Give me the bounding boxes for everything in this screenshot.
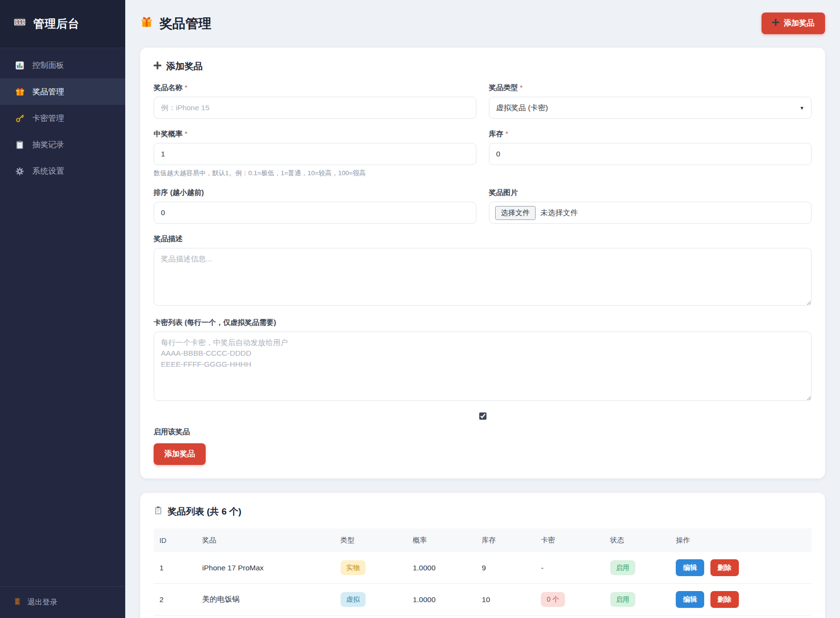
prize-list-title: 奖品列表 (共 6 个): [154, 505, 812, 518]
chevron-down-icon: ▼: [800, 105, 804, 111]
prize-form-grid: 奖品名称 * 奖品类型 * 虚拟奖品 (卡密) ▼ 中奖概率 * 数值越大越容易…: [154, 83, 812, 224]
cell-codes: -: [535, 552, 604, 584]
add-prize-submit-button[interactable]: 添加奖品: [154, 443, 206, 465]
enable-prize-checkbox[interactable]: [479, 412, 486, 420]
required-asterisk: *: [520, 83, 523, 91]
table-row: 1 iPhone 17 ProMax 实物 1.0000 9 - 启用 编辑 删…: [154, 552, 812, 584]
enable-prize-label: 启用该奖品: [154, 427, 812, 437]
cell-prize-name: [197, 616, 335, 618]
col-type: 类型: [335, 528, 407, 552]
cell-id: [154, 616, 197, 618]
sidebar-item-prizes[interactable]: 奖品管理: [0, 78, 125, 105]
description-field: 奖品描述: [154, 234, 812, 308]
key-icon: [14, 114, 25, 123]
type-badge: 实物: [341, 560, 366, 575]
stock-field: 库存 *: [489, 129, 812, 178]
prize-type-selected-value: 虚拟奖品 (卡密): [496, 103, 548, 113]
cell-stock: [476, 616, 535, 618]
add-prize-header-button[interactable]: 添加奖品: [761, 13, 825, 34]
table-row: 2 美的电饭锅 虚拟 1.0000 10 0 个 启用 编辑 删除: [154, 584, 812, 616]
prize-name-label: 奖品名称 *: [154, 83, 476, 92]
svg-text:7: 7: [15, 20, 18, 24]
status-badge: 启用: [610, 560, 635, 575]
add-prize-header-label: 添加奖品: [784, 18, 814, 28]
delete-button[interactable]: 删除: [710, 559, 739, 576]
sort-label: 排序 (越小越前): [154, 188, 476, 197]
logout-button[interactable]: 退出登录: [0, 586, 125, 618]
probability-hint: 数值越大越容易中，默认1。例：0.1=极低，1=普通，10=较高，100=很高: [154, 169, 476, 178]
prize-list-card: 奖品列表 (共 6 个) ID 奖品 类型 概率 库存 卡密 状态 操作: [140, 493, 825, 618]
cell-stock: 9: [476, 552, 535, 584]
description-label: 奖品描述: [154, 234, 812, 244]
cell-probability: 1.0000: [407, 584, 476, 616]
cell-id: 1: [154, 552, 197, 584]
plus-icon: [154, 61, 161, 72]
add-prize-card-title: 添加奖品: [154, 60, 812, 73]
gift-icon: [14, 87, 25, 97]
table-header-row: ID 奖品 类型 概率 库存 卡密 状态 操作: [154, 528, 812, 552]
status-badge: 启用: [610, 592, 635, 607]
description-textarea[interactable]: [154, 248, 812, 306]
cell-probability: 1.0000: [407, 552, 476, 584]
probability-input[interactable]: [154, 143, 476, 165]
gift-icon: [140, 15, 153, 32]
page-header: 奖品管理 添加奖品: [140, 13, 825, 34]
cell-codes: [535, 616, 604, 618]
choose-file-button[interactable]: 选择文件: [495, 206, 536, 220]
col-status: 状态: [604, 528, 670, 552]
no-file-text: 未选择文件: [540, 208, 578, 218]
col-codes: 卡密: [535, 528, 604, 552]
prize-table: ID 奖品 类型 概率 库存 卡密 状态 操作 1 iPhone 17 ProM…: [154, 528, 812, 618]
add-prize-card-title-text: 添加奖品: [166, 60, 203, 73]
sidebar-item-settings[interactable]: 系统设置: [0, 158, 125, 184]
required-asterisk: *: [184, 83, 187, 91]
probability-label: 中奖概率 *: [154, 129, 476, 139]
edit-button[interactable]: 编辑: [676, 591, 704, 608]
sidebar-item-dashboard[interactable]: 控制面板: [0, 52, 125, 78]
prize-list-title-text: 奖品列表 (共 6 个): [168, 505, 241, 518]
add-prize-submit-label: 添加奖品: [164, 449, 195, 459]
stock-input[interactable]: [489, 143, 812, 165]
type-badge: 虚拟: [341, 592, 366, 607]
prize-image-file-input[interactable]: 选择文件 未选择文件: [489, 202, 812, 224]
sidebar-item-label: 抽奖记录: [32, 140, 64, 150]
cell-id: 2: [154, 584, 197, 616]
sidebar-item-label: 控制面板: [32, 60, 64, 71]
codes-badge: 0 个: [541, 592, 565, 607]
svg-text:7: 7: [22, 20, 24, 24]
sidebar-item-records[interactable]: 抽奖记录: [0, 131, 125, 158]
clipboard-icon: [154, 506, 163, 517]
sidebar-item-label: 卡密管理: [32, 113, 64, 124]
prize-type-field: 奖品类型 * 虚拟奖品 (卡密) ▼: [489, 83, 812, 119]
plus-icon: [772, 19, 779, 28]
table-row: 实物 启用 编辑 删除: [154, 616, 812, 618]
stock-label: 库存 *: [489, 129, 812, 139]
prize-type-select[interactable]: 虚拟奖品 (卡密) ▼: [489, 97, 812, 119]
add-prize-card: 添加奖品 奖品名称 * 奖品类型 * 虚拟奖品 (卡密) ▼ 中奖概率 * 数值…: [140, 48, 825, 478]
enable-checkbox-row: [154, 412, 812, 420]
sidebar-item-codes[interactable]: 卡密管理: [0, 105, 125, 131]
col-probability: 概率: [407, 528, 476, 552]
probability-field: 中奖概率 * 数值越大越容易中，默认1。例：0.1=极低，1=普通，10=较高，…: [154, 129, 476, 178]
sort-field: 排序 (越小越前): [154, 188, 476, 224]
codes-textarea[interactable]: [154, 332, 812, 401]
prize-name-input[interactable]: [154, 97, 476, 119]
cell-probability: [407, 616, 476, 618]
page-title-text: 奖品管理: [159, 15, 211, 32]
col-prize: 奖品: [197, 528, 335, 552]
edit-button[interactable]: 编辑: [676, 559, 704, 576]
prize-image-field: 奖品图片 选择文件 未选择文件: [489, 188, 812, 224]
delete-button[interactable]: 删除: [710, 591, 739, 608]
clipboard-icon: [14, 140, 25, 150]
col-id: ID: [154, 528, 197, 552]
main-content: 奖品管理 添加奖品 添加奖品 奖品名称 * 奖品类型 * 虚拟奖品 (: [125, 0, 840, 618]
codes-label: 卡密列表 (每行一个，仅虚拟奖品需要): [154, 318, 812, 327]
required-asterisk: *: [184, 129, 187, 138]
codes-field: 卡密列表 (每行一个，仅虚拟奖品需要): [154, 318, 812, 403]
prize-image-label: 奖品图片: [489, 188, 812, 197]
sidebar-item-label: 系统设置: [32, 166, 64, 177]
app-logo: 7 7 7 管理后台: [0, 0, 125, 48]
slot-machine-icon: 7 7 7: [13, 16, 27, 32]
sidebar-item-label: 奖品管理: [32, 87, 64, 97]
sort-input[interactable]: [154, 202, 476, 224]
